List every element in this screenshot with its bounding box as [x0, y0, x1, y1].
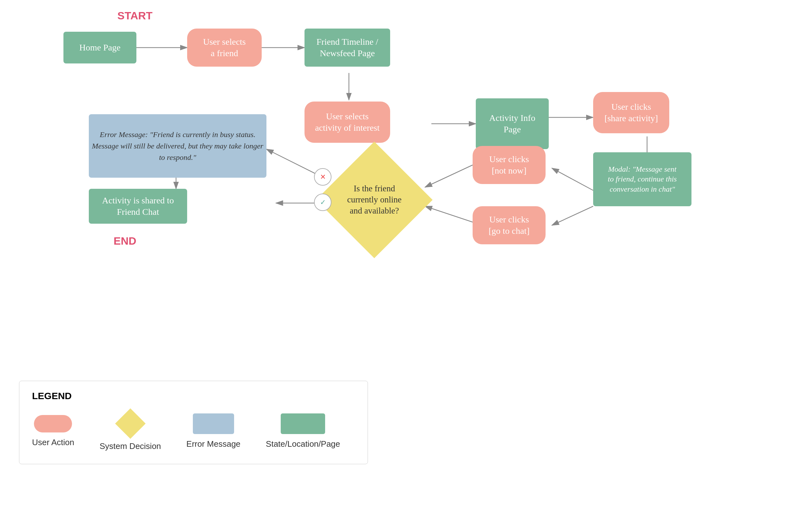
svg-line-9: [425, 165, 473, 187]
svg-line-8: [552, 206, 593, 225]
start-label: START: [117, 9, 152, 22]
legend-label-state-location: State/Location/Page: [266, 439, 340, 449]
legend-shape-user-action: [34, 415, 72, 432]
node-activity-info-page: Activity Info Page: [476, 98, 549, 149]
node-user-selects-friend: User selects a friend: [187, 29, 262, 67]
legend-label-error-message: Error Message: [186, 439, 241, 449]
legend-items: User Action System Decision Error Messag…: [32, 411, 352, 451]
svg-line-7: [552, 168, 593, 190]
node-user-clicks-share: User clicks [share activity]: [593, 92, 669, 133]
legend-item-error-message: Error Message: [186, 413, 241, 449]
legend-item-user-action: User Action: [32, 415, 74, 447]
legend-item-system-decision: System Decision: [99, 411, 161, 451]
node-modal: Modal: "Message sent to friend, continue…: [593, 152, 692, 206]
node-home-page: Home Page: [63, 32, 136, 63]
end-label: END: [114, 235, 136, 247]
legend-shape-system-decision: [115, 408, 146, 439]
node-user-selects-activity: User selects activity of interest: [304, 102, 390, 143]
node-friend-timeline: Friend Timeline / Newsfeed Page: [304, 29, 390, 67]
node-user-clicks-not-now: User clicks [not now]: [473, 146, 546, 184]
connector-no: ✕: [314, 168, 331, 185]
node-user-clicks-go-to-chat: User clicks [go to chat]: [473, 206, 546, 244]
connector-yes: ✓: [314, 194, 331, 211]
node-activity-shared: Activity is shared to Friend Chat: [89, 189, 187, 224]
node-diamond: Is the friend currently online and avail…: [316, 142, 433, 258]
legend-label-user-action: User Action: [32, 437, 74, 447]
diagram-container: START Home Page User selects a friend Fr…: [0, 0, 812, 514]
node-error-message: Error Message: "Friend is currently in b…: [89, 114, 266, 178]
legend-shape-error-message: [193, 413, 234, 434]
legend-title: LEGEND: [32, 391, 352, 401]
legend-label-system-decision: System Decision: [99, 441, 161, 451]
legend-shape-state-location: [281, 413, 325, 434]
legend-item-state-location: State/Location/Page: [266, 413, 340, 449]
legend-box: LEGEND User Action System Decision Error…: [19, 381, 368, 464]
svg-line-10: [425, 206, 473, 222]
